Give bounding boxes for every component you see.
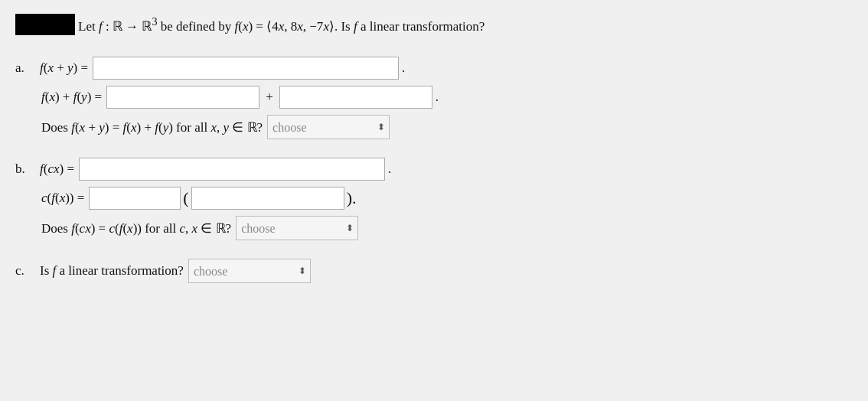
part-a-row3: Does f(x + y) = f(x) + f(y) for all x, y… — [41, 115, 837, 139]
part-a-label: a. — [15, 60, 32, 76]
part-c-row1-label: Is f a linear transformation? — [40, 263, 184, 279]
part-b-inner-input[interactable] — [191, 187, 344, 210]
part-b-label: b. — [15, 161, 32, 177]
part-b-row3: Does f(cx) = c(f(x)) for all c, x ∈ ℝ? c… — [41, 216, 837, 240]
part-a-row2-dot: . — [436, 90, 439, 105]
part-b-row3-label: Does f(cx) = c(f(x)) for all c, x ∈ ℝ? — [41, 220, 231, 236]
part-a-row1: a. f(x + y) = . — [15, 57, 837, 80]
part-a-plus: + — [266, 90, 273, 105]
part-b-row1-label: f(cx) = — [40, 161, 74, 177]
part-a-fx-input[interactable] — [106, 86, 259, 109]
part-b-dropdown[interactable]: choose yes no — [236, 216, 358, 240]
part-b-c-input[interactable] — [89, 187, 181, 210]
part-a-dropdown-wrapper: choose yes no — [267, 115, 390, 139]
header-text: Let f : ℝ → ℝ3 be defined by f(x) = ⟨4x,… — [78, 15, 485, 34]
part-b-fcx-input[interactable] — [79, 158, 385, 181]
part-a-dropdown[interactable]: choose yes no — [267, 115, 390, 139]
part-b-lparen: ( — [183, 188, 188, 208]
part-b-row1: b. f(cx) = . — [15, 158, 837, 181]
part-c-label: c. — [15, 263, 32, 279]
part-a-fy-input[interactable] — [279, 86, 432, 109]
part-b-rparen: ). — [347, 188, 357, 208]
part-a-row3-label: Does f(x + y) = f(x) + f(y) for all x, y… — [41, 119, 263, 135]
section-b: b. f(cx) = . c(f(x)) = ( ). Does f(cx) =… — [15, 158, 837, 240]
part-c-dropdown-wrapper: choose yes no — [188, 259, 311, 283]
black-box — [15, 14, 75, 35]
part-a-fx-plus-y-input[interactable] — [93, 57, 399, 80]
part-c-row1: c. Is f a linear transformation? choose … — [15, 259, 837, 283]
part-b-row2: c(f(x)) = ( ). — [41, 187, 837, 210]
part-c-dropdown[interactable]: choose yes no — [188, 259, 311, 283]
section-a: a. f(x + y) = . f(x) + f(y) = + . Does f… — [15, 57, 837, 139]
part-b-row1-dot: . — [388, 161, 391, 177]
part-a-row2-label: f(x) + f(y) = — [41, 90, 102, 105]
part-a-row2: f(x) + f(y) = + . — [41, 86, 837, 109]
part-b-dropdown-wrapper: choose yes no — [236, 216, 358, 240]
part-b-row2-label: c(f(x)) = — [41, 191, 84, 206]
header: Let f : ℝ → ℝ3 be defined by f(x) = ⟨4x,… — [15, 14, 837, 35]
part-a-row1-dot: . — [402, 60, 405, 76]
part-a-row1-label: f(x + y) = — [40, 60, 88, 76]
page: Let f : ℝ → ℝ3 be defined by f(x) = ⟨4x,… — [0, 0, 868, 401]
section-c: c. Is f a linear transformation? choose … — [15, 259, 837, 283]
